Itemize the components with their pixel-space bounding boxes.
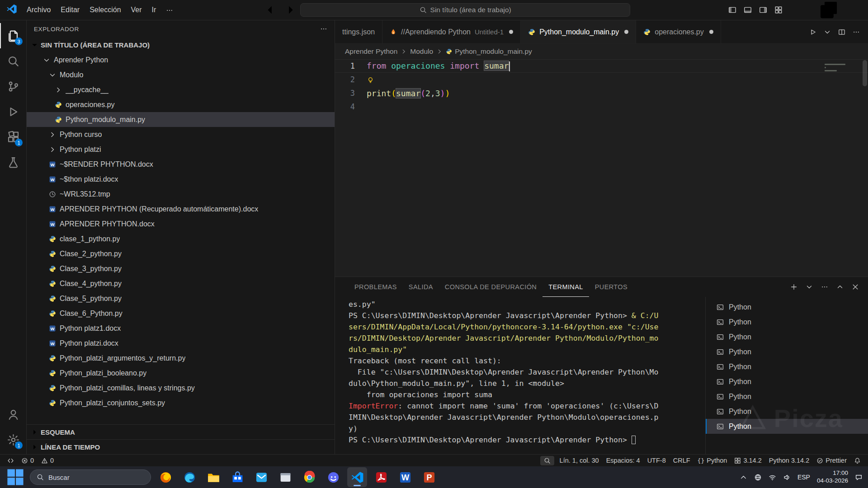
terminal-session-4[interactable]: Python <box>706 344 868 359</box>
panel-tab-terminal[interactable]: TERMINAL <box>542 277 589 297</box>
terminal-session-3[interactable]: Python <box>706 329 868 344</box>
status-python-version[interactable]: 3.14.2 <box>731 457 765 464</box>
taskbar-app-vscode[interactable] <box>347 467 367 487</box>
tree-item-thon-platzi-docx[interactable]: W~$thon platzi.docx <box>27 172 335 187</box>
tree-item-clase-6-python-py[interactable]: Clase_6_Python.py <box>27 306 335 321</box>
taskbar-search[interactable]: Buscar <box>30 469 151 485</box>
status-prettier[interactable]: Prettier <box>813 457 850 464</box>
workspace-section[interactable]: SIN TÍTULO (ÁREA DE TRABAJO) <box>27 38 335 52</box>
tab-aprendiendo-python[interactable]: //Aprendiendo PythonUntitled-1 <box>382 20 521 43</box>
terminal-output[interactable]: es.py"PS C:\Users\DIMIN\Desktop\Aprender… <box>335 297 705 454</box>
minimize-button[interactable] <box>789 0 816 20</box>
keyboard-language[interactable]: ESP <box>797 474 810 481</box>
terminal-session-6[interactable]: Python <box>706 374 868 389</box>
taskbar-app-mail[interactable] <box>251 467 271 487</box>
panel-tab-salida[interactable]: SALIDA <box>403 277 439 297</box>
status-eol[interactable]: CRLF <box>670 457 694 464</box>
tree-item-python-platz1-docx[interactable]: WPython platz1.docx <box>27 321 335 336</box>
tree-item-python-platzi-conjuntos-sets-py[interactable]: Python_platzi_conjuntos_sets.py <box>27 395 335 410</box>
breadcrumb-modulo[interactable]: Modulo <box>410 47 433 56</box>
tree-item-aprender-phython-recuperado-autom-ticamente-docx[interactable]: WAPRENDER PHYTHON (Recuperado automática… <box>27 202 335 216</box>
taskbar-app-powerpoint[interactable]: P <box>419 467 439 487</box>
start-button[interactable] <box>5 467 25 487</box>
taskbar-app-store[interactable] <box>227 467 247 487</box>
tree-item-render-phython-docx[interactable]: W~$RENDER PHYTHON.docx <box>27 157 335 172</box>
editor-scrollbar[interactable] <box>862 59 868 277</box>
tree-item-modulo[interactable]: Modulo <box>27 67 335 82</box>
taskbar-app-edge[interactable] <box>179 467 199 487</box>
breadcrumb-python-modulo-main-py[interactable]: Python_modulo_main.py <box>446 47 532 56</box>
tab-operaciones-py[interactable]: operaciones.py <box>636 20 721 43</box>
breadcrumb[interactable]: Aprender PythonModuloPython_modulo_main.… <box>335 44 868 59</box>
tree-item-python-platzi-booleano-py[interactable]: Python_platzi_booleano.py <box>27 366 335 380</box>
code-line-4[interactable]: 4 <box>335 100 868 113</box>
tree-item-operaciones-py[interactable]: operaciones.py <box>27 97 335 112</box>
split-icon[interactable] <box>838 28 845 36</box>
activitybar-settings[interactable]: 1 <box>0 427 26 452</box>
code-line-1[interactable]: 1from operaciones import sumar <box>335 59 868 73</box>
taskbar-app-appwin[interactable] <box>275 467 295 487</box>
more-actions-icon[interactable] <box>320 25 327 33</box>
lightbulb-icon[interactable] <box>367 76 374 84</box>
tab-python-modulo-main-py[interactable]: Python_modulo_main.py <box>521 20 636 43</box>
menu-more[interactable] <box>161 3 178 17</box>
menu-ver[interactable]: Ver <box>126 3 147 17</box>
activitybar-extensions[interactable]: 1 <box>0 124 26 150</box>
tree-item-python-modulo-main-py[interactable]: Python_modulo_main.py <box>27 112 335 127</box>
menu-ir[interactable]: Ir <box>147 3 161 17</box>
activitybar-testing[interactable] <box>0 150 26 175</box>
menu-editar[interactable]: Editar <box>56 3 85 17</box>
status-notifications[interactable] <box>850 457 864 464</box>
menu-selecci-n[interactable]: Selección <box>85 3 126 17</box>
taskbar-app-word-app[interactable]: W <box>395 467 415 487</box>
code-line-2[interactable]: 2 <box>335 73 868 86</box>
status-warnings[interactable]: 0 <box>38 455 57 466</box>
terminal-session-9[interactable]: Python <box>706 419 868 434</box>
close-button[interactable] <box>842 0 868 20</box>
terminal-session-7[interactable]: Python <box>706 389 868 404</box>
ellipsis-icon[interactable] <box>853 28 860 36</box>
taskbar-app-chrome[interactable] <box>299 467 319 487</box>
wifi-icon[interactable] <box>769 474 776 481</box>
tab-ttings-json[interactable]: ttings.json <box>335 20 382 43</box>
tree-item-clase-5-python-py[interactable]: Clase_5_python.py <box>27 291 335 306</box>
status-indentation[interactable]: Espacios: 4 <box>603 457 644 464</box>
tree-item-python-platzi-argumentos-y-return-py[interactable]: Python_platzi_argumentos_y_return.py <box>27 351 335 366</box>
tree-item-python-curso[interactable]: Python curso <box>27 127 335 142</box>
taskbar-app-folder-app[interactable] <box>203 467 223 487</box>
close-icon[interactable] <box>852 283 859 291</box>
outline-section[interactable]: ESQUEMA <box>27 424 335 439</box>
minimap[interactable] <box>825 62 860 76</box>
tree-item-aprender-python[interactable]: Aprender Python <box>27 52 335 67</box>
tree-item-clase-2-python-py[interactable]: Clase_2_python.py <box>27 246 335 261</box>
panel-tab-consola-de-depuraci-n[interactable]: CONSOLA DE DEPURACIÓN <box>439 277 542 297</box>
layout-right-icon[interactable] <box>759 6 767 14</box>
status-encoding[interactable]: UTF-8 <box>644 457 670 464</box>
chevron-up-icon[interactable] <box>836 283 844 291</box>
status-remote-indicator[interactable] <box>4 455 18 466</box>
tree-item-python-platzi-comillas-lineas-y-strings-py[interactable]: Python_platzi_comillas, lineas y strings… <box>27 380 335 395</box>
panel-tab-puertos[interactable]: PUERTOS <box>589 277 633 297</box>
code-editor[interactable]: 1from operaciones import sumar23print(su… <box>335 59 868 277</box>
tree-item-clase-3-python-py[interactable]: Clase_3_python.py <box>27 261 335 276</box>
play-icon[interactable] <box>809 28 816 36</box>
grid-icon[interactable] <box>774 6 783 14</box>
tree-item-python-platzi-docx[interactable]: WPython platzi.docx <box>27 336 335 351</box>
status-interpreter[interactable]: Python 3.14.2 <box>765 457 813 464</box>
layout-left-icon[interactable] <box>728 6 736 14</box>
terminal-session-1[interactable]: Python <box>706 300 868 314</box>
tree-item-pycache[interactable]: __pycache__ <box>27 82 335 97</box>
status-errors[interactable]: 0 <box>18 455 38 466</box>
chevron-up-icon[interactable] <box>740 474 747 481</box>
status-zoom-indicator[interactable] <box>540 456 554 465</box>
forward-arrow-icon[interactable] <box>280 2 296 18</box>
activitybar-account[interactable] <box>0 402 26 427</box>
clock[interactable]: 17:00 04-03-2026 <box>817 469 848 485</box>
network-icon[interactable] <box>754 474 762 481</box>
layout-bottom-icon[interactable] <box>744 6 752 14</box>
restore-button[interactable] <box>816 0 842 20</box>
timeline-section[interactable]: LÍNEA DE TIEMPO <box>27 439 335 454</box>
ellipsis-icon[interactable] <box>821 283 828 291</box>
terminal-session-2[interactable]: Python <box>706 314 868 329</box>
activitybar-explorer[interactable]: 3 <box>0 23 26 48</box>
